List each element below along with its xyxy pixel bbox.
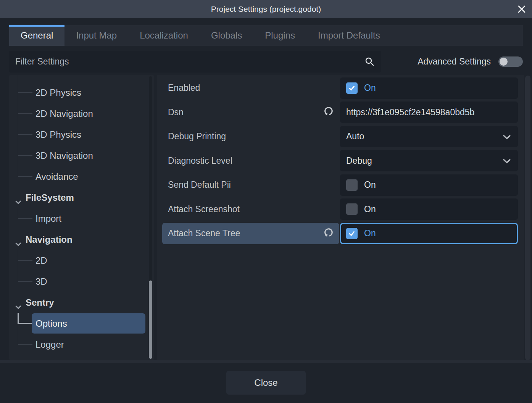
dsn-input[interactable] <box>346 107 512 118</box>
setting-label: Debug Printing <box>168 131 226 142</box>
setting-label: Attach Scene Tree <box>168 228 240 239</box>
setting-label: Dsn <box>168 107 184 118</box>
tree-item-3d[interactable]: 3D <box>9 271 154 292</box>
setting-row-dsn: Dsn <box>157 100 524 125</box>
chevron-down-icon <box>503 156 511 166</box>
settings-scrollbar-track[interactable] <box>525 76 530 360</box>
tree-section-navigation[interactable]: Navigation <box>9 229 154 250</box>
setting-row-enabled: Enabled On <box>157 76 524 100</box>
tree-item-logger[interactable]: Logger <box>9 334 154 355</box>
enabled-value-cell: On <box>340 77 518 99</box>
toggle-knob <box>500 58 508 66</box>
filter-settings-input[interactable] <box>9 51 381 73</box>
setting-row-send-default-pii: Send Default Pii On <box>157 173 524 197</box>
checkbox-state-label: On <box>364 228 376 239</box>
setting-label: Enabled <box>168 83 200 93</box>
setting-row-attach-scene-tree: Attach Scene Tree On <box>157 221 524 246</box>
settings-tree-panel: 2D Physics 2D Navigation 3D Physics 3D N… <box>9 75 154 360</box>
setting-row-diagnostic-level: Diagnostic Level Debug <box>157 149 524 173</box>
chevron-down-icon <box>503 131 511 142</box>
checkbox-state-label: On <box>364 83 376 93</box>
title-bar: Project Settings (project.godot) <box>0 0 532 18</box>
tree-item-2d-physics[interactable]: 2D Physics <box>9 82 154 103</box>
send-default-pii-value-cell: On <box>340 174 518 196</box>
chevron-down-icon <box>15 238 21 248</box>
setting-row-attach-screenshot: Attach Screenshot On <box>157 197 524 222</box>
enabled-checkbox[interactable] <box>346 82 358 94</box>
tree-scrollbar-thumb[interactable] <box>149 280 152 359</box>
tree-item-3d-navigation[interactable]: 3D Navigation <box>9 145 154 166</box>
filter-settings-field <box>9 51 381 73</box>
setting-label: Diagnostic Level <box>168 156 232 166</box>
advanced-settings-toggle[interactable] <box>498 56 523 67</box>
dropdown-value: Debug <box>346 156 372 166</box>
tree-item-3d-physics[interactable]: 3D Physics <box>9 124 154 145</box>
tree-section-sentry[interactable]: Sentry <box>9 292 154 313</box>
setting-label: Send Default Pii <box>168 180 231 190</box>
dsn-value-cell <box>340 102 518 123</box>
tree-item-options[interactable]: Options <box>9 313 154 334</box>
close-icon[interactable] <box>517 5 526 14</box>
attach-screenshot-value-cell: On <box>340 198 518 220</box>
advanced-settings-control: Advanced Settings <box>385 51 523 73</box>
tree-item-2d-navigation[interactable]: 2D Navigation <box>9 103 154 124</box>
attach-scene-tree-value-cell: On <box>340 223 518 244</box>
tree-guide-line <box>18 75 18 82</box>
attach-screenshot-checkbox[interactable] <box>346 203 358 215</box>
setting-row-debug-printing: Debug Printing Auto <box>157 124 524 149</box>
tab-bar: General Input Map Localization Globals P… <box>9 25 523 46</box>
tab-input-map[interactable]: Input Map <box>64 25 128 46</box>
revert-icon[interactable] <box>323 106 334 119</box>
attach-scene-tree-checkbox[interactable] <box>346 228 358 239</box>
chevron-down-icon <box>15 301 21 311</box>
tab-plugins[interactable]: Plugins <box>253 25 306 46</box>
tree-section-filesystem[interactable]: FileSystem <box>9 187 154 208</box>
tree-item-import[interactable]: Import <box>9 208 154 229</box>
debug-printing-dropdown[interactable]: Auto <box>340 126 518 147</box>
settings-detail-panel: Enabled On Dsn <box>157 75 524 360</box>
advanced-settings-label: Advanced Settings <box>418 56 491 67</box>
checkbox-state-label: On <box>364 204 376 214</box>
send-default-pii-checkbox[interactable] <box>346 179 358 191</box>
footer-divider <box>0 360 532 363</box>
tab-general[interactable]: General <box>9 25 64 46</box>
diagnostic-level-dropdown[interactable]: Debug <box>340 150 518 171</box>
setting-label: Attach Screenshot <box>168 204 240 214</box>
dialog-title: Project Settings (project.godot) <box>211 5 321 14</box>
tree-item-2d[interactable]: 2D <box>9 250 154 271</box>
tab-localization[interactable]: Localization <box>128 25 200 46</box>
close-button[interactable]: Close <box>226 371 306 395</box>
chevron-down-icon <box>15 196 21 206</box>
tab-import-defaults[interactable]: Import Defaults <box>306 25 392 46</box>
search-icon <box>364 56 375 68</box>
revert-icon[interactable] <box>323 227 334 240</box>
dropdown-value: Auto <box>346 131 364 142</box>
tab-globals[interactable]: Globals <box>200 25 253 46</box>
checkbox-state-label: On <box>364 180 376 190</box>
tree-item-avoidance[interactable]: Avoidance <box>9 166 154 187</box>
